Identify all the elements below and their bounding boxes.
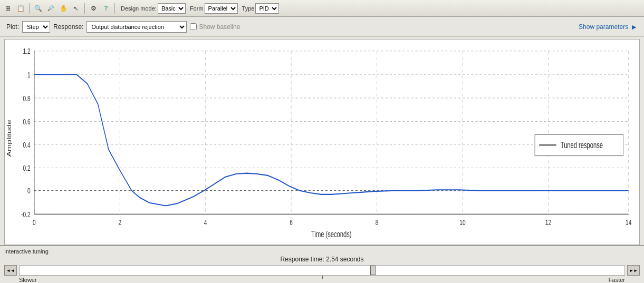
show-baseline-label: Show baseline [199, 23, 240, 31]
chart-container: 1.2 1 0.8 0.6 0.4 0.2 0 -0.2 0 2 4 6 8 1… [4, 39, 640, 245]
faster-label: Faster [609, 277, 625, 283]
plot-label: Plot: [6, 23, 19, 31]
slider-thumb[interactable] [370, 266, 376, 275]
interactive-tuning-title: Interactive tuning [4, 248, 640, 255]
form-select[interactable]: Parallel [205, 3, 238, 14]
show-parameters-button[interactable]: Show parameters ► [579, 23, 638, 31]
arrow-right-icon: ► [630, 23, 638, 31]
svg-text:0: 0 [27, 187, 31, 196]
toolbar-separator-3 [114, 3, 115, 14]
show-params-label: Show parameters [579, 23, 628, 31]
svg-text:12: 12 [545, 218, 551, 227]
type-select[interactable]: PID [255, 3, 279, 14]
toolbar-zoom-out[interactable]: 🔎 [45, 3, 56, 14]
svg-text:1: 1 [27, 71, 31, 79]
toolbar-separator-1 [29, 3, 30, 14]
type-label: Type [242, 5, 255, 12]
svg-text:Time (seconds): Time (seconds) [311, 230, 351, 239]
svg-text:0.8: 0.8 [23, 94, 31, 103]
plot-select[interactable]: Step [22, 21, 50, 33]
toolbar-zoom-in[interactable]: 🔍 [32, 3, 44, 14]
toolbar-icon-2[interactable]: 📋 [15, 3, 26, 14]
toolbar-settings[interactable]: ⚙ [88, 3, 99, 14]
right-arrow-icon: ►► [629, 268, 638, 273]
toolbar-pan[interactable]: ✋ [57, 3, 69, 14]
interactive-tuning-section: Interactive tuning Response time: 2.54 s… [0, 245, 644, 283]
svg-text:Tuned response: Tuned response [561, 141, 603, 150]
slider-row: ◄◄ ►► [4, 265, 640, 276]
svg-text:0.4: 0.4 [23, 141, 31, 149]
response-select[interactable]: Output disturbance rejection [86, 21, 187, 33]
svg-text:6: 6 [290, 218, 293, 227]
toolbar: ⊞ 📋 🔍 🔎 ✋ ↖ ⚙ ? Design mode: Basic Form … [0, 0, 644, 17]
svg-text:0.2: 0.2 [23, 164, 31, 173]
chart-svg: 1.2 1 0.8 0.6 0.4 0.2 0 -0.2 0 2 4 6 8 1… [5, 40, 639, 245]
svg-text:Amplitude: Amplitude [6, 120, 12, 157]
svg-text:10: 10 [459, 218, 465, 227]
slower-label: Slower [19, 277, 37, 283]
toolbar-icon-1[interactable]: ⊞ [2, 3, 14, 14]
svg-text:2: 2 [118, 218, 121, 227]
toolbar-help[interactable]: ? [100, 3, 112, 14]
svg-text:14: 14 [626, 218, 631, 227]
slider-track[interactable] [19, 265, 625, 276]
plot-controls: Plot: Step Response: Output disturbance … [0, 17, 644, 37]
main-area: Plot: Step Response: Output disturbance … [0, 17, 644, 283]
left-arrow-icon: ◄◄ [6, 268, 15, 273]
svg-text:8: 8 [376, 218, 379, 227]
slider-tick [322, 276, 323, 279]
svg-text:0.6: 0.6 [23, 118, 31, 126]
slider-right-button[interactable]: ►► [627, 265, 640, 276]
show-baseline-checkbox[interactable] [190, 23, 197, 30]
svg-text:0: 0 [33, 218, 36, 227]
design-mode-select[interactable]: Basic [158, 3, 186, 14]
svg-text:-0.2: -0.2 [21, 210, 31, 219]
svg-text:1.2: 1.2 [23, 47, 31, 56]
toolbar-cursor[interactable]: ↖ [70, 3, 82, 14]
response-time-label: Response time: 2.54 seconds [4, 256, 640, 263]
response-label: Response: [53, 23, 83, 31]
design-mode-label: Design mode: [121, 5, 157, 12]
slider-left-button[interactable]: ◄◄ [4, 265, 17, 276]
toolbar-separator-2 [84, 3, 85, 14]
svg-text:4: 4 [204, 218, 207, 227]
show-baseline-area: Show baseline [190, 23, 240, 31]
form-label: Form [190, 5, 204, 12]
